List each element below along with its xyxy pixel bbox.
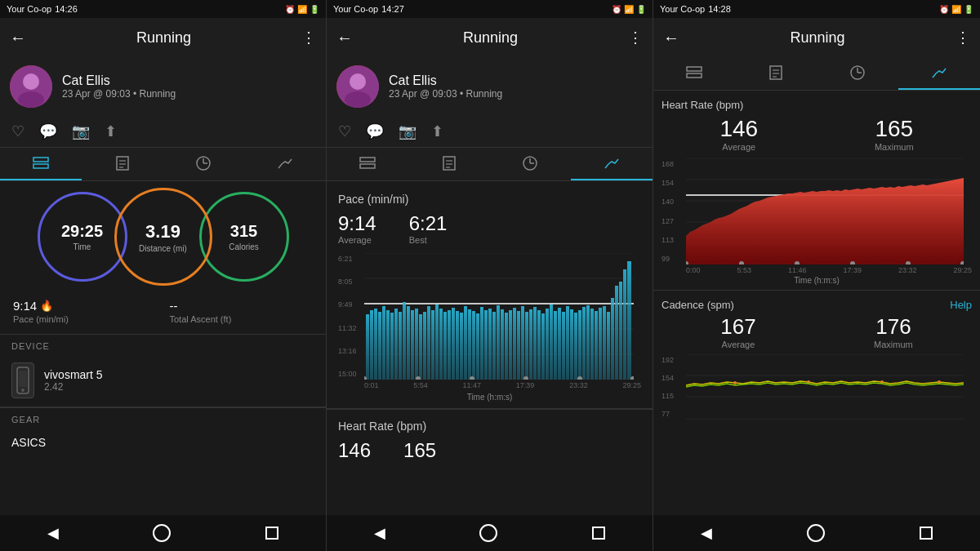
- comment-icon-1[interactable]: 💬: [39, 122, 57, 140]
- share-icon-1[interactable]: ⬆: [105, 122, 117, 140]
- svg-point-125: [733, 381, 737, 384]
- back-nav-1[interactable]: ◀: [47, 524, 59, 542]
- back-nav-3[interactable]: ◀: [701, 524, 712, 542]
- hr-max-block-3: 165 Maximum: [875, 116, 914, 152]
- back-button-3[interactable]: ←: [663, 29, 679, 47]
- home-nav-1[interactable]: [153, 524, 171, 542]
- tab-charts-1[interactable]: [244, 148, 326, 180]
- svg-rect-94: [627, 261, 631, 380]
- svg-rect-43: [419, 314, 422, 380]
- carrier-1: Your Co-op: [7, 4, 51, 14]
- page-title-3: Running: [686, 29, 949, 47]
- svg-rect-58: [480, 307, 483, 380]
- top-bar-1: ← Running ⋮: [0, 18, 326, 57]
- svg-rect-18: [443, 157, 455, 170]
- distance-label: Distance (mi): [139, 244, 187, 253]
- svg-rect-90: [611, 298, 614, 380]
- more-menu-2[interactable]: ⋮: [628, 29, 643, 47]
- tab-notes-3[interactable]: [735, 57, 817, 90]
- gear-item: ASICS: [0, 428, 326, 457]
- panel-2: Your Co-op 14:27 ⏰ 📶 🔋 ← Running ⋮ Cat E…: [327, 0, 653, 551]
- tab-charts-3[interactable]: [898, 57, 980, 90]
- camera-icon-2[interactable]: 📷: [399, 122, 416, 140]
- back-button-1[interactable]: ←: [10, 29, 26, 47]
- status-bar-2: Your Co-op 14:27 ⏰ 📶 🔋: [327, 0, 653, 18]
- y-label-3: 11:32: [338, 324, 361, 332]
- gear-section-header: GEAR: [0, 407, 326, 428]
- calories-value: 315: [230, 222, 257, 241]
- action-icons-2: ♡ 💬 📷 ⬆: [327, 116, 653, 148]
- camera-icon-1[interactable]: 📷: [72, 122, 90, 140]
- svg-point-12: [21, 389, 24, 392]
- alarm-icon: ⏰: [285, 5, 295, 14]
- flame-icon: 🔥: [40, 300, 53, 312]
- tab-summary-1[interactable]: [0, 148, 82, 180]
- svg-point-15: [345, 91, 371, 108]
- svg-rect-41: [411, 310, 414, 380]
- recent-nav-2[interactable]: [592, 527, 605, 540]
- tab-summary-2[interactable]: [327, 148, 408, 180]
- y-label-0: 6:21: [338, 255, 361, 263]
- tab-charts-2[interactable]: [571, 148, 653, 180]
- pace-label: Pace (min/mi): [13, 314, 157, 324]
- back-button-2[interactable]: ←: [336, 29, 353, 47]
- cadence-chart-svg: [686, 354, 964, 420]
- recent-nav-3[interactable]: [920, 527, 933, 540]
- panel-3: Your Co-op 14:28 ⏰ 📶 🔋 ← Running ⋮: [653, 0, 980, 551]
- like-icon-2[interactable]: ♡: [338, 122, 351, 140]
- cadence-avg-block: 167 Average: [720, 314, 755, 349]
- like-icon-1[interactable]: ♡: [11, 122, 24, 140]
- status-icons-3: ⏰ 📶 🔋: [939, 5, 973, 14]
- tab-notes-2[interactable]: [408, 148, 490, 180]
- svg-rect-72: [537, 310, 541, 380]
- content-2: Pace (min/mi) 9:14 Average 6:21 Best 6:2…: [327, 181, 653, 515]
- back-nav-2[interactable]: ◀: [374, 524, 385, 542]
- hr-max-big: 165: [875, 116, 914, 142]
- hr-section-2: Heart Rate (bpm) 146 165: [327, 409, 653, 470]
- recent-nav-1[interactable]: [265, 527, 278, 540]
- hr-max-sublabel: Maximum: [875, 142, 914, 152]
- svg-rect-78: [562, 312, 565, 380]
- svg-rect-65: [509, 310, 512, 380]
- svg-rect-64: [505, 313, 508, 380]
- pace-avg-block: 9:14 Average: [338, 212, 376, 245]
- time-value: 29:25: [61, 222, 103, 241]
- svg-rect-46: [431, 310, 434, 380]
- tab-bar-3: [653, 57, 980, 91]
- svg-rect-68: [521, 306, 524, 380]
- status-bar-1: Your Co-op 14:26 ⏰ 📶 🔋: [0, 0, 326, 18]
- help-button[interactable]: Help: [950, 299, 972, 311]
- share-icon-2[interactable]: ⬆: [431, 122, 443, 140]
- svg-rect-16: [360, 158, 375, 162]
- svg-rect-45: [427, 306, 430, 380]
- ascent-value: --: [170, 299, 314, 313]
- svg-rect-30: [366, 314, 369, 380]
- x-label-2: 11:47: [463, 381, 482, 389]
- status-icons-1: ⏰ 📶 🔋: [285, 5, 319, 14]
- tab-laps-2[interactable]: [490, 148, 572, 180]
- comment-icon-2[interactable]: 💬: [366, 122, 384, 140]
- battery-icon-2: 🔋: [636, 5, 646, 14]
- stats-circles: 29:25 Time 3.19 Distance (mi) 315 Calori…: [0, 181, 326, 292]
- svg-rect-53: [460, 313, 463, 380]
- tab-summary-3[interactable]: [653, 57, 735, 90]
- svg-rect-101: [687, 67, 702, 71]
- tab-notes-1[interactable]: [82, 148, 163, 180]
- hr-max-value-2: 165: [403, 439, 436, 462]
- carrier-3: Your Co-op: [660, 4, 705, 14]
- tab-laps-3[interactable]: [817, 57, 898, 90]
- tab-laps-1[interactable]: [163, 148, 245, 180]
- svg-rect-71: [533, 307, 537, 380]
- svg-rect-44: [423, 312, 426, 380]
- svg-rect-80: [570, 309, 573, 380]
- more-menu-3[interactable]: ⋮: [956, 29, 970, 47]
- more-menu-1[interactable]: ⋮: [301, 29, 316, 47]
- svg-rect-42: [415, 309, 418, 380]
- home-nav-2[interactable]: [479, 524, 497, 542]
- hr-title-2: Heart Rate (bpm): [338, 420, 641, 433]
- tab-bar-2: [327, 148, 653, 181]
- svg-rect-59: [484, 310, 488, 380]
- svg-point-1: [23, 73, 39, 90]
- cadence-title: Cadence (spm): [662, 299, 734, 311]
- home-nav-3[interactable]: [807, 524, 825, 542]
